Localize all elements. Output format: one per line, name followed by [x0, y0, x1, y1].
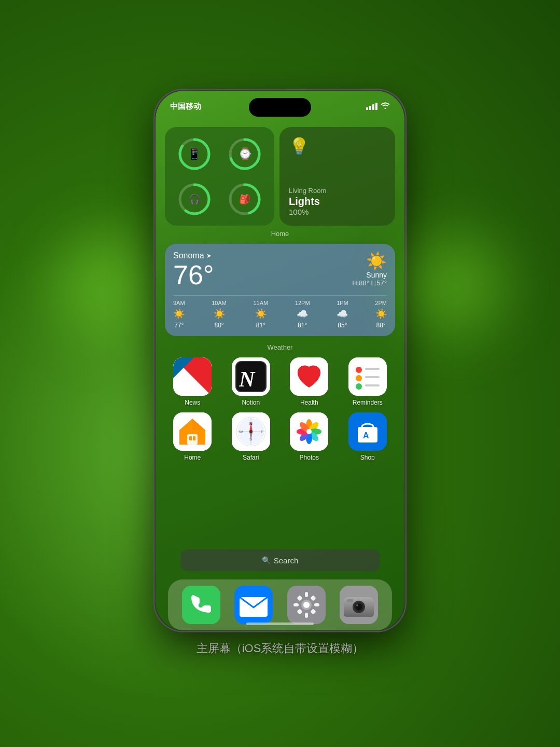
- svg-rect-76: [347, 599, 353, 602]
- battery-item-airpods: 🎧: [171, 178, 218, 219]
- reminders-app-label: Reminders: [353, 399, 383, 406]
- weather-hour-1: 10AM ☀️ 80°: [212, 300, 227, 329]
- app-safari[interactable]: N S W E Safari: [225, 412, 278, 461]
- svg-text:W: W: [239, 430, 243, 434]
- weather-hour-0: 9AM ☀️ 77°: [173, 300, 185, 329]
- status-icons: [366, 102, 390, 111]
- app-grid-row2: Home: [165, 412, 395, 461]
- svg-point-22: [356, 383, 362, 390]
- weather-hourly: 9AM ☀️ 77° 10AM ☀️ 80° 11AM ☀️ 81°: [173, 295, 387, 329]
- svg-point-37: [249, 430, 253, 433]
- svg-rect-19: [365, 368, 380, 370]
- phone-screen: 中国移动: [156, 91, 404, 630]
- battery-item-case: 🎒: [222, 178, 269, 219]
- photos-app-label: Photos: [300, 454, 319, 461]
- home-value-label: 100%: [289, 208, 386, 216]
- home-light-widget[interactable]: 💡 Living Room Lights 100%: [279, 127, 395, 226]
- svg-text:A: A: [363, 431, 369, 440]
- app-reminders[interactable]: Reminders: [341, 357, 395, 406]
- search-label: Search: [274, 556, 299, 565]
- weather-widget-caption: Weather: [165, 343, 395, 351]
- hour-sun-icon-5: ☀️: [375, 308, 387, 320]
- svg-text:S: S: [249, 437, 252, 441]
- battery-item-watch: ⌚: [222, 133, 269, 174]
- notion-app-label: Notion: [242, 399, 260, 406]
- weather-hour-5: 2PM ☀️ 88°: [375, 300, 387, 329]
- svg-point-18: [356, 367, 362, 373]
- news-app-label: News: [185, 399, 200, 406]
- health-app-label: Health: [300, 399, 318, 406]
- hour-sun-icon-0: ☀️: [173, 308, 185, 320]
- hour-sun-icon-2: ☀️: [255, 308, 267, 320]
- weather-hour-3: 12PM ☁️ 81°: [295, 300, 310, 329]
- svg-rect-27: [189, 436, 192, 440]
- svg-rect-28: [193, 436, 195, 440]
- svg-point-60: [303, 602, 310, 608]
- battery-widget[interactable]: 📱 ⌚: [165, 127, 274, 226]
- dock-camera[interactable]: [340, 586, 378, 624]
- safari-app-label: Safari: [243, 454, 259, 461]
- shop-app-label: Shop: [360, 454, 375, 461]
- home-indicator: [246, 622, 314, 625]
- page-caption: 主屏幕（iOS系统自带设置模糊）: [197, 641, 364, 656]
- hour-cloud-icon-4: ☁️: [337, 308, 348, 320]
- app-photos[interactable]: Photos: [283, 412, 336, 461]
- svg-rect-21: [365, 376, 380, 378]
- svg-rect-64: [314, 603, 319, 606]
- svg-point-20: [356, 375, 362, 381]
- weather-condition: Sunny: [352, 271, 387, 279]
- home-room-label: Living Room: [289, 187, 386, 195]
- signal-icon: [366, 103, 377, 110]
- svg-text:N: N: [179, 373, 193, 394]
- carrier-label: 中国移动: [170, 102, 201, 112]
- svg-rect-26: [187, 434, 198, 445]
- app-home[interactable]: Home: [166, 412, 219, 461]
- svg-point-51: [306, 429, 312, 434]
- weather-hl: H:88° L:57°: [352, 279, 387, 287]
- svg-rect-55: [182, 586, 220, 624]
- svg-text:N: N: [239, 367, 256, 391]
- watch-battery-icon: ⌚: [238, 147, 252, 161]
- weather-temp: 76°: [173, 260, 214, 290]
- content-area: 📱 ⌚: [156, 122, 404, 630]
- case-battery-icon: 🎒: [239, 193, 250, 205]
- dock-mail[interactable]: [234, 586, 273, 624]
- svg-rect-23: [365, 384, 380, 386]
- app-shop[interactable]: A Shop: [341, 412, 395, 461]
- wifi-icon: [381, 102, 390, 111]
- app-grid-row1: N News N Notion: [165, 357, 395, 406]
- search-icon: 🔍: [262, 556, 271, 564]
- home-widget-caption: Home: [165, 230, 395, 238]
- hour-cloud-icon-3: ☁️: [297, 308, 308, 320]
- weather-city: Sonoma ➤: [173, 251, 214, 260]
- weather-hour-4: 1PM ☁️ 85°: [337, 300, 348, 329]
- app-news[interactable]: N News: [166, 357, 219, 406]
- location-arrow-icon: ➤: [206, 252, 212, 259]
- dynamic-island: [249, 98, 311, 117]
- widgets-row: 📱 ⌚: [165, 127, 395, 226]
- app-health[interactable]: Health: [283, 357, 336, 406]
- dock-settings[interactable]: [287, 586, 326, 624]
- phone-frame: 中国移动: [156, 91, 404, 630]
- weather-hour-2: 11AM ☀️ 81°: [254, 300, 269, 329]
- sun-icon: ☀️: [352, 251, 387, 271]
- hour-sun-icon-1: ☀️: [214, 308, 225, 320]
- airpods-battery-icon: 🎧: [189, 193, 200, 205]
- app-notion[interactable]: N Notion: [225, 357, 278, 406]
- battery-item-phone: 📱: [171, 133, 218, 174]
- svg-rect-62: [305, 613, 308, 618]
- svg-rect-63: [293, 603, 299, 606]
- light-bulb-icon: 💡: [289, 136, 386, 156]
- search-bar[interactable]: 🔍 Search: [180, 549, 380, 571]
- weather-widget[interactable]: Sonoma ➤ 76° ☀️ Sunny H:88° L:57°: [165, 244, 395, 336]
- home-app-label: Home: [184, 454, 201, 461]
- svg-text:E: E: [261, 430, 263, 434]
- svg-point-75: [356, 604, 358, 606]
- dock-phone[interactable]: [182, 586, 220, 624]
- svg-text:N: N: [249, 421, 253, 426]
- svg-rect-61: [305, 592, 308, 597]
- home-device-label: Lights: [289, 196, 386, 208]
- phone-battery-icon: 📱: [187, 147, 201, 161]
